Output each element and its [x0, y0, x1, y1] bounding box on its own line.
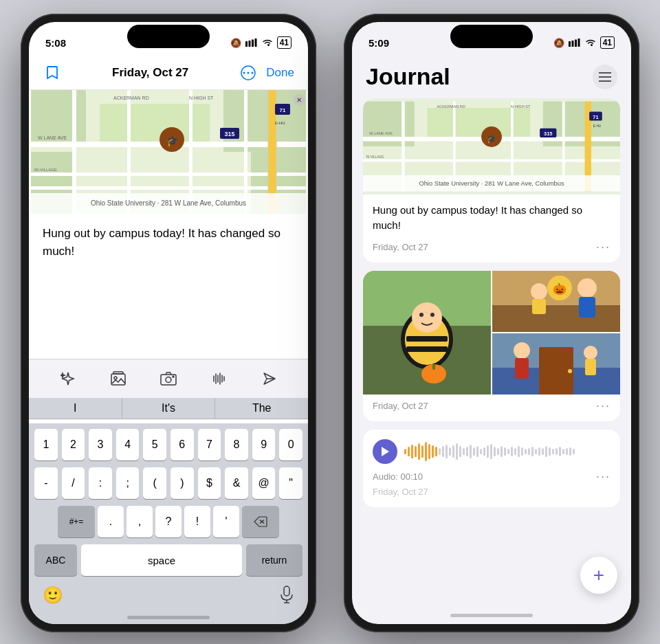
- keyboard: 1 2 3 4 5 6 7 8 9 0 - / : ; (: [29, 423, 308, 624]
- suggestion-I[interactable]: I: [29, 398, 122, 419]
- svg-text:N HIGH ST: N HIGH ST: [189, 96, 214, 100]
- photo-scarecrow-svg: 🎃: [492, 271, 620, 332]
- key-4[interactable]: 4: [116, 429, 140, 460]
- svg-point-94: [412, 302, 442, 333]
- mic-button[interactable]: [279, 586, 294, 608]
- left-phone: 5:08 🔕 41: [21, 14, 316, 632]
- feed-menu-button[interactable]: [593, 65, 617, 89]
- svg-rect-112: [515, 358, 529, 379]
- key-rparen[interactable]: ): [170, 467, 194, 499]
- key-2[interactable]: 2: [62, 429, 85, 460]
- camera-button[interactable]: [155, 366, 182, 391]
- battery-icon-right: 41: [600, 36, 615, 49]
- waveform-button[interactable]: [205, 366, 232, 391]
- key-at[interactable]: @: [252, 467, 276, 499]
- wifi-icon-right: [585, 38, 596, 47]
- key-3[interactable]: 3: [89, 429, 112, 460]
- entry-more-button[interactable]: [239, 63, 258, 82]
- svg-point-95: [419, 313, 424, 317]
- keyboard-suggestions: I It's The: [29, 398, 308, 419]
- key-6[interactable]: 6: [170, 429, 194, 460]
- left-phone-screen: 5:08 🔕 41: [29, 22, 308, 624]
- key-1[interactable]: 1: [34, 429, 58, 460]
- svg-text:🎓: 🎓: [166, 135, 179, 147]
- key-return[interactable]: return: [246, 544, 302, 576]
- svg-rect-13: [100, 104, 210, 145]
- key-abc[interactable]: ABC: [34, 544, 77, 576]
- photo-library-button[interactable]: [104, 366, 132, 391]
- svg-text:ACKERMAN RD: ACKERMAN RD: [113, 96, 149, 100]
- suggestion-its[interactable]: It's: [122, 398, 216, 419]
- svg-point-96: [430, 313, 434, 317]
- status-icons-left: 🔕 41: [230, 36, 292, 49]
- key-amp[interactable]: &: [225, 467, 248, 499]
- key-colon[interactable]: :: [89, 467, 112, 499]
- sparkle-button[interactable]: [54, 366, 82, 391]
- audio-date-row: Friday, Oct 27: [373, 485, 610, 498]
- key-quote[interactable]: ": [279, 467, 302, 499]
- feed-scroll[interactable]: 315 W LANE AVE RI-VILLAGE 🎓 71 E-HU ACKE…: [352, 98, 631, 624]
- key-9[interactable]: 9: [252, 429, 276, 460]
- suggestion-the[interactable]: The: [215, 398, 308, 419]
- audio-meta-row: Audio: 00:10 ···: [373, 469, 610, 484]
- card-more-1[interactable]: ···: [596, 240, 610, 254]
- key-0[interactable]: 0: [279, 429, 302, 460]
- entry-card-1: 315 W LANE AVE RI-VILLAGE 🎓 71 E-HU ACKE…: [363, 98, 620, 263]
- svg-point-105: [531, 283, 547, 300]
- key-semicolon[interactable]: ;: [116, 467, 140, 499]
- key-hashplus[interactable]: #+=: [58, 506, 95, 537]
- photos-more[interactable]: ···: [596, 399, 610, 413]
- entry-title: Friday, Oct 27: [112, 66, 188, 80]
- photo-scarecrow: 🎃: [492, 271, 620, 332]
- svg-text:E-HU: E-HU: [593, 124, 601, 128]
- svg-rect-1: [248, 41, 250, 47]
- svg-rect-67: [428, 108, 531, 140]
- card-meta-1: Friday, Oct 27 ···: [363, 236, 620, 263]
- key-lparen[interactable]: (: [143, 467, 166, 499]
- svg-text:315: 315: [224, 131, 234, 137]
- svg-text:Ohio State University · 281 W : Ohio State University · 281 W Lane Ave, …: [91, 199, 246, 207]
- photo-family-door: [492, 333, 620, 395]
- feed-header: Journal: [352, 58, 631, 98]
- add-entry-button[interactable]: +: [580, 557, 617, 594]
- key-apostrophe[interactable]: ': [213, 506, 239, 537]
- svg-text:🎓: 🎓: [487, 134, 496, 144]
- key-backspace[interactable]: [242, 506, 279, 537]
- status-time-left: 5:08: [45, 37, 66, 49]
- svg-rect-2: [252, 40, 254, 47]
- audio-play-button[interactable]: [373, 439, 397, 464]
- audio-card: Audio: 00:10 ··· Friday, Oct 27: [363, 430, 620, 507]
- key-7[interactable]: 7: [198, 429, 221, 460]
- svg-rect-57: [569, 41, 571, 47]
- key-question[interactable]: ?: [155, 506, 182, 537]
- card-map-svg: 315 W LANE AVE RI-VILLAGE 🎓 71 E-HU ACKE…: [363, 98, 620, 195]
- feed-title: Journal: [366, 63, 450, 90]
- done-button[interactable]: Done: [266, 66, 294, 80]
- key-comma[interactable]: ,: [126, 506, 153, 537]
- send-button[interactable]: [255, 366, 283, 391]
- svg-text:315: 315: [544, 131, 552, 137]
- key-space[interactable]: space: [81, 544, 242, 576]
- svg-rect-58: [571, 41, 573, 47]
- key-exclaim[interactable]: !: [184, 506, 210, 537]
- bookmark-button[interactable]: [43, 63, 62, 82]
- svg-text:🎃: 🎃: [553, 282, 566, 296]
- audio-more[interactable]: ···: [596, 469, 610, 484]
- svg-text:N HIGH ST: N HIGH ST: [511, 104, 531, 109]
- card-map: 315 W LANE AVE RI-VILLAGE 🎓 71 E-HU ACKE…: [363, 98, 620, 195]
- key-dollar[interactable]: $: [198, 467, 221, 499]
- key-period[interactable]: .: [98, 506, 124, 537]
- entry-text[interactable]: Hung out by campus today! It has changed…: [29, 214, 308, 359]
- svg-point-40: [114, 377, 117, 379]
- key-dash[interactable]: -: [34, 467, 58, 499]
- svg-rect-104: [579, 297, 595, 318]
- keyboard-row-bottom: ABC space return: [32, 544, 305, 576]
- key-5[interactable]: 5: [143, 429, 166, 460]
- key-slash[interactable]: /: [62, 467, 85, 499]
- key-8[interactable]: 8: [225, 429, 248, 460]
- svg-rect-54: [284, 586, 289, 596]
- map-svg: 315 W LANE AVE RI-VILLAGE 🎓 71 ✕ ACKERMA…: [29, 90, 308, 214]
- svg-text:W LANE AVE: W LANE AVE: [38, 135, 67, 140]
- svg-point-103: [578, 278, 597, 298]
- emoji-button[interactable]: 🙂: [43, 586, 63, 608]
